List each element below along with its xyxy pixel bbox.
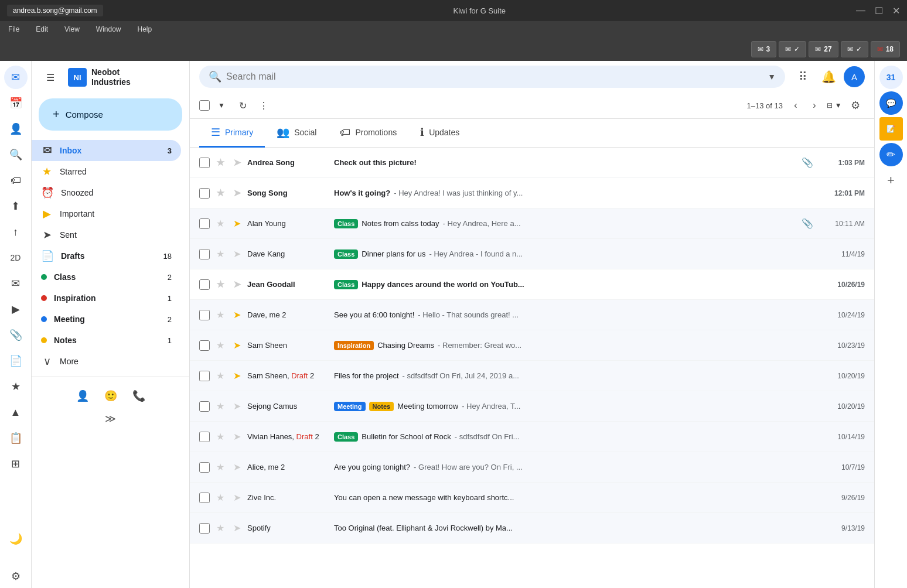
tab-primary[interactable]: ☰ Primary bbox=[199, 119, 265, 148]
email-row[interactable]: ★➤Andrea SongCheck out this picture!📎1:0… bbox=[190, 148, 874, 178]
email-checkbox[interactable] bbox=[199, 371, 210, 381]
menu-edit[interactable]: Edit bbox=[32, 24, 52, 35]
sidebar-item-class[interactable]: Class 2 bbox=[32, 266, 181, 288]
star-icon[interactable]: ★ bbox=[214, 157, 226, 168]
sidebar-item-inbox[interactable]: ✉ Inbox 3 bbox=[32, 140, 181, 161]
rail-up-icon[interactable]: ↑ bbox=[4, 220, 28, 244]
forward-icon[interactable]: ➤ bbox=[231, 461, 243, 473]
close-button[interactable]: ✕ bbox=[892, 5, 900, 16]
settings-icon[interactable]: ⚙ bbox=[846, 96, 865, 115]
smiley-icon[interactable]: 🙂 bbox=[101, 387, 120, 405]
email-row[interactable]: ★➤Sejong CamusMeetingNotesMeeting tomorr… bbox=[190, 391, 874, 422]
star-icon[interactable]: ★ bbox=[214, 187, 226, 199]
rail-grid-icon[interactable]: 2D bbox=[4, 246, 28, 269]
rail-envelope-icon[interactable]: ✉ bbox=[4, 272, 28, 295]
apps-icon[interactable]: ⠿ bbox=[792, 66, 813, 87]
email-row[interactable]: ★➤Alan YoungClassNotes from calss today-… bbox=[190, 208, 874, 239]
email-checkbox[interactable] bbox=[199, 310, 210, 320]
email-checkbox[interactable] bbox=[199, 401, 210, 412]
rail-search-icon[interactable]: 🔍 bbox=[4, 143, 28, 166]
sidebar-item-more[interactable]: ∨ More bbox=[32, 351, 181, 372]
rail-label-icon[interactable]: 🏷 bbox=[4, 169, 28, 192]
rail-mail-icon[interactable]: ✉ bbox=[4, 66, 28, 89]
right-chat-icon[interactable]: 💬 bbox=[879, 91, 903, 115]
right-edit-icon[interactable]: ✏ bbox=[879, 143, 903, 166]
email-checkbox[interactable] bbox=[199, 218, 210, 229]
rail-contacts-icon[interactable]: 👤 bbox=[4, 117, 28, 141]
forward-icon[interactable]: ➤ bbox=[231, 279, 243, 290]
star-icon[interactable]: ★ bbox=[214, 522, 226, 534]
select-dropdown-icon[interactable]: ▼ bbox=[212, 96, 231, 115]
star-icon[interactable]: ★ bbox=[214, 431, 226, 442]
expand-collapse-icon[interactable]: ≫ bbox=[32, 410, 189, 430]
email-checkbox[interactable] bbox=[199, 523, 210, 534]
email-row[interactable]: ★➤Sam Sheen, Draft 2Files for the projec… bbox=[190, 361, 874, 391]
search-dropdown-icon[interactable]: ▼ bbox=[768, 72, 776, 81]
email-row[interactable]: ★➤Alice, me 2Are you going tonight?- Gre… bbox=[190, 452, 874, 483]
compose-button[interactable]: + Compose bbox=[39, 98, 182, 131]
email-row[interactable]: ★➤Dave, me 2See you at 6:00 tonight!- He… bbox=[190, 300, 874, 330]
menu-view[interactable]: View bbox=[61, 24, 83, 35]
email-row[interactable]: ★➤Jean GoodallClassHappy dances around t… bbox=[190, 269, 874, 300]
email-checkbox[interactable] bbox=[199, 340, 210, 351]
forward-icon[interactable]: ➤ bbox=[231, 431, 243, 442]
add-person-icon[interactable]: 👤 bbox=[73, 387, 92, 405]
rail-clip-icon[interactable]: 📎 bbox=[4, 323, 28, 347]
email-row[interactable]: ★➤Zive Inc.You can open a new message wi… bbox=[190, 483, 874, 513]
star-icon[interactable]: ★ bbox=[214, 401, 226, 412]
rail-tasks-icon[interactable]: 📋 bbox=[4, 426, 28, 450]
star-icon[interactable]: ★ bbox=[214, 370, 226, 381]
star-icon[interactable]: ★ bbox=[214, 309, 226, 320]
star-icon[interactable]: ★ bbox=[214, 279, 226, 290]
search-input[interactable] bbox=[226, 71, 763, 82]
star-icon[interactable]: ★ bbox=[214, 340, 226, 351]
rail-filter-icon[interactable]: ⬆ bbox=[4, 194, 28, 218]
email-checkbox[interactable] bbox=[199, 432, 210, 442]
badge-btn-3[interactable]: ✉ 27 bbox=[809, 41, 838, 57]
email-checkbox[interactable] bbox=[199, 279, 210, 290]
email-row[interactable]: ★➤SpotifyToo Original (feat. Elliphant &… bbox=[190, 513, 874, 543]
select-all-checkbox[interactable] bbox=[199, 100, 210, 111]
sidebar-item-notes[interactable]: Notes 1 bbox=[32, 330, 181, 351]
sidebar-item-snoozed[interactable]: ⏰ Snoozed bbox=[32, 182, 181, 203]
sidebar-item-sent[interactable]: ➤ Sent bbox=[32, 224, 181, 245]
account-label[interactable]: andrea.b.song@gmail.com bbox=[7, 5, 103, 16]
rail-table-icon[interactable]: ⊞ bbox=[4, 452, 28, 476]
next-page-button[interactable]: › bbox=[806, 97, 823, 114]
badge-btn-1[interactable]: ✉ 3 bbox=[751, 41, 777, 57]
hamburger-icon[interactable]: ☰ bbox=[39, 66, 62, 89]
forward-icon[interactable]: ➤ bbox=[231, 340, 243, 351]
forward-icon[interactable]: ➤ bbox=[231, 309, 243, 320]
star-icon[interactable]: ★ bbox=[214, 461, 226, 473]
star-icon[interactable]: ★ bbox=[214, 492, 226, 503]
email-checkbox[interactable] bbox=[199, 188, 210, 199]
forward-icon[interactable]: ➤ bbox=[231, 218, 243, 229]
rail-star-icon[interactable]: ★ bbox=[4, 375, 28, 398]
email-checkbox[interactable] bbox=[199, 249, 210, 259]
minimize-button[interactable]: — bbox=[856, 5, 865, 16]
email-row[interactable]: ★➤Song SongHow's it going?- Hey Andrea! … bbox=[190, 178, 874, 208]
forward-icon[interactable]: ➤ bbox=[231, 522, 243, 534]
star-icon[interactable]: ★ bbox=[214, 248, 226, 259]
badge-btn-2[interactable]: ✉ ✓ bbox=[779, 41, 806, 57]
email-checkbox[interactable] bbox=[199, 493, 210, 503]
forward-icon[interactable]: ➤ bbox=[231, 401, 243, 412]
sidebar-item-important[interactable]: ▶ Important bbox=[32, 203, 181, 224]
rail-drive-icon[interactable]: ▲ bbox=[4, 401, 28, 424]
star-icon[interactable]: ★ bbox=[214, 218, 226, 229]
email-row[interactable]: ★➤Vivian Hanes, Draft 2ClassBulletin for… bbox=[190, 422, 874, 452]
badge-btn-4[interactable]: ✉ ✓ bbox=[841, 41, 868, 57]
menu-file[interactable]: File bbox=[5, 24, 23, 35]
user-avatar[interactable]: A bbox=[844, 66, 865, 87]
badge-btn-5[interactable]: ✉ 18 bbox=[871, 41, 900, 57]
prev-page-button[interactable]: ‹ bbox=[787, 97, 804, 114]
forward-icon[interactable]: ➤ bbox=[231, 157, 243, 168]
email-checkbox[interactable] bbox=[199, 158, 210, 168]
rail-moon-icon[interactable]: 🌙 bbox=[4, 527, 28, 551]
email-checkbox[interactable] bbox=[199, 462, 210, 473]
forward-icon[interactable]: ➤ bbox=[231, 370, 243, 381]
forward-icon[interactable]: ➤ bbox=[231, 187, 243, 199]
tab-updates[interactable]: ℹ Updates bbox=[408, 119, 471, 148]
right-calendar-icon[interactable]: 31 bbox=[879, 66, 903, 89]
sidebar-item-drafts[interactable]: 📄 Drafts 18 bbox=[32, 245, 181, 266]
